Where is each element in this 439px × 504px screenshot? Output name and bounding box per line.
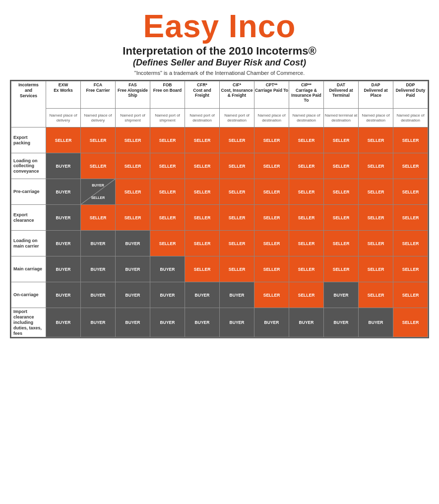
cell-r1-c8: SELLER [324,153,359,179]
cell-r6-c7: SELLER [289,282,324,308]
col-exw: EXWEx Works [46,81,81,109]
cell-r3-c3: SELLER [150,205,185,231]
cell-r5-c9: SELLER [359,256,393,282]
table-row: Export packingSELLERSELLERSELLERSELLERSE… [11,127,428,153]
cell-r3-c1: SELLER [81,205,116,231]
cell-r6-c3: BUYER [150,282,185,308]
cell-r5-c2: BUYER [116,256,150,282]
col-dat: DATDelivered at Terminal [324,81,359,109]
sub-fca: Named place of delivery [81,109,116,127]
cell-r4-c0: BUYER [46,231,81,256]
table-row: Loading on collecting conveyanceBUYERSEL… [11,153,428,179]
header-row-top: IncotermsandServices EXWEx Works FCAFree… [11,81,428,109]
cell-r5-c6: SELLER [254,256,289,282]
cell-r5-c0: BUYER [46,256,81,282]
cell-r2-c1: BUYER SELLER [81,179,116,205]
cell-r2-c3: SELLER [150,179,185,205]
cell-r5-c3: BUYER [150,256,185,282]
col-cpt: CPT**Carriage Paid To [254,81,289,109]
cell-r3-c10: SELLER [393,205,428,231]
row-label-3: Export clearance [11,205,46,231]
cell-r2-c0: BUYER [46,179,81,205]
cell-r0-c7: SELLER [289,127,324,153]
cell-r7-c3: BUYER [150,308,185,337]
cell-r0-c9: SELLER [359,127,393,153]
cell-r7-c2: BUYER [116,308,150,337]
header-row-sub: Named place of delivery Named place of d… [11,109,428,127]
cell-r3-c5: SELLER [220,205,254,231]
cell-r2-c9: SELLER [359,179,393,205]
cell-r6-c2: BUYER [116,282,150,308]
cell-r4-c10: SELLER [393,231,428,256]
sub-cpt: Named place of destination [254,109,289,127]
table-row: Pre-carriageBUYER BUYER SELLER SELLERSEL… [11,179,428,205]
cell-r1-c1: SELLER [81,153,116,179]
sub-dap: Named place of destination [359,109,393,127]
cell-r2-c10: SELLER [393,179,428,205]
trademark-note: "Incoterms" is a trademark of the Intern… [134,70,305,76]
row-label-6: On-carriage [11,282,46,308]
cell-r0-c5: SELLER [220,127,254,153]
cell-r5-c10: SELLER [393,256,428,282]
cell-r1-c10: SELLER [393,153,428,179]
cell-r0-c1: SELLER [81,127,116,153]
cell-r7-c7: BUYER [289,308,324,337]
col-cif: CIF*Cost, Insurance & Freight [220,81,254,109]
cell-r1-c0: BUYER [46,153,81,179]
cell-r5-c8: SELLER [324,256,359,282]
cell-r3-c6: SELLER [254,205,289,231]
cell-r7-c10: SELLER [393,308,428,337]
table-row: Export clearanceBUYERSELLERSELLERSELLERS… [11,205,428,231]
cell-r0-c0: SELLER [46,127,81,153]
row-label-0: Export packing [11,127,46,153]
cell-r4-c9: SELLER [359,231,393,256]
cell-r4-c7: SELLER [289,231,324,256]
cell-r7-c4: BUYER [185,308,220,337]
cell-r0-c4: SELLER [185,127,220,153]
cell-r6-c10: SELLER [393,282,428,308]
cell-r7-c0: BUYER [46,308,81,337]
cell-r2-c6: SELLER [254,179,289,205]
cell-r6-c9: SELLER [359,282,393,308]
cell-r0-c8: SELLER [324,127,359,153]
cell-r3-c4: SELLER [185,205,220,231]
row-label-7: Import clearance including duties, taxes… [11,308,46,337]
italic-subtitle: (Defines Seller and Buyer Risk and Cost) [133,58,306,68]
cell-r6-c4: BUYER [185,282,220,308]
col-cip: CIP**Carriage & Insurance Paid To [289,81,324,109]
row-label-2: Pre-carriage [11,179,46,205]
sub-exw: Named place of delivery [46,109,81,127]
cell-r1-c9: SELLER [359,153,393,179]
cell-r1-c5: SELLER [220,153,254,179]
sub-ddp: Named place of destination [393,109,428,127]
cell-r0-c2: SELLER [116,127,150,153]
table-row: Import clearance including duties, taxes… [11,308,428,337]
row-label-1: Loading on collecting conveyance [11,153,46,179]
cell-r4-c6: SELLER [254,231,289,256]
cell-r0-c6: SELLER [254,127,289,153]
cell-r2-c8: SELLER [324,179,359,205]
cell-r3-c7: SELLER [289,205,324,231]
cell-r1-c3: SELLER [150,153,185,179]
incoterms-table: IncotermsandServices EXWEx Works FCAFree… [10,80,429,338]
cell-r5-c1: BUYER [81,256,116,282]
table-row: On-carriageBUYERBUYERBUYERBUYERBUYERBUYE… [11,282,428,308]
cell-r3-c8: SELLER [324,205,359,231]
cell-r6-c0: BUYER [46,282,81,308]
cell-r2-c7: SELLER [289,179,324,205]
cell-r7-c8: BUYER [324,308,359,337]
cell-r6-c1: BUYER [81,282,116,308]
cell-r4-c3: SELLER [150,231,185,256]
col-cfr: CFR*Cost and Freight [185,81,220,109]
sub-fob: Named port of shipment [150,109,185,127]
cell-r2-c4: SELLER [185,179,220,205]
cell-r7-c1: BUYER [81,308,116,337]
cell-r1-c6: SELLER [254,153,289,179]
cell-r6-c8: BUYER [324,282,359,308]
cell-r1-c2: SELLER [116,153,150,179]
row-label-5: Main carriage [11,256,46,282]
sub-fas: Named port of shipment [116,109,150,127]
sub-dat: Named terminal at destination [324,109,359,127]
col-fas: FASFree Alongside Ship [116,81,150,109]
cell-r7-c9: BUYER [359,308,393,337]
